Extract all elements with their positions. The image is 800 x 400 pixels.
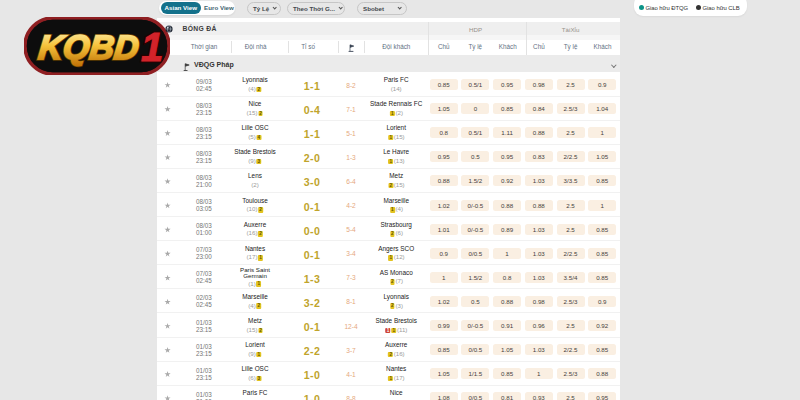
svg-text:1: 1 — [141, 25, 163, 69]
svg-text:KQBD: KQBD — [37, 29, 141, 67]
